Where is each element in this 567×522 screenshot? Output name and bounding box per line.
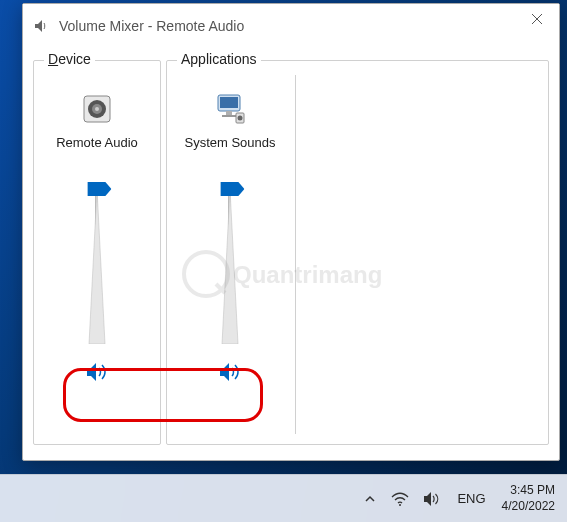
- language-indicator[interactable]: ENG: [455, 491, 487, 506]
- svg-point-16: [399, 504, 401, 506]
- device-volume-slider[interactable]: [77, 179, 117, 344]
- svg-marker-5: [87, 182, 111, 196]
- speaker-on-icon: [85, 362, 109, 382]
- device-name[interactable]: Remote Audio: [56, 135, 138, 169]
- applications-panel-label: Applications: [177, 51, 261, 67]
- volume-tray-icon[interactable]: [423, 491, 441, 507]
- device-mute-button[interactable]: [81, 358, 113, 386]
- clock-date: 4/20/2022: [502, 499, 555, 515]
- wifi-icon[interactable]: [391, 491, 409, 507]
- tray-overflow-button[interactable]: [363, 492, 377, 506]
- svg-rect-9: [222, 115, 236, 117]
- app-mute-button[interactable]: [214, 358, 246, 386]
- svg-rect-8: [226, 111, 232, 115]
- close-button[interactable]: [514, 4, 559, 34]
- mixer-content: Device Remote Audio: [23, 48, 559, 455]
- device-panel: Device Remote Audio: [33, 60, 161, 445]
- apps-divider: [295, 75, 296, 434]
- device-mixer-item: Remote Audio: [34, 81, 160, 386]
- svg-point-11: [238, 116, 243, 121]
- speaker-on-icon: [218, 362, 242, 382]
- svg-marker-4: [89, 189, 105, 344]
- svg-marker-12: [222, 189, 238, 344]
- app-name[interactable]: System Sounds: [184, 135, 275, 169]
- slider-thumb-icon[interactable]: [87, 182, 111, 196]
- slider-thumb-icon[interactable]: [220, 182, 244, 196]
- clock-time: 3:45 PM: [502, 483, 555, 499]
- svg-marker-13: [220, 182, 244, 196]
- device-panel-label: Device: [44, 51, 95, 67]
- system-sounds-icon[interactable]: [210, 89, 250, 129]
- svg-rect-7: [220, 97, 238, 108]
- titlebar: Volume Mixer - Remote Audio: [23, 4, 559, 48]
- svg-point-3: [95, 107, 99, 111]
- applications-panel: Applications System Sounds: [166, 60, 549, 445]
- app-mixer-item: System Sounds: [167, 81, 293, 444]
- taskbar: ENG 3:45 PM 4/20/2022: [0, 474, 567, 522]
- volume-mixer-app-icon: [33, 18, 49, 34]
- window-title: Volume Mixer - Remote Audio: [59, 18, 244, 34]
- app-volume-slider[interactable]: [210, 179, 250, 344]
- volume-mixer-window: Volume Mixer - Remote Audio Device Remot: [22, 3, 560, 461]
- speaker-device-icon[interactable]: [77, 89, 117, 129]
- clock[interactable]: 3:45 PM 4/20/2022: [502, 483, 555, 514]
